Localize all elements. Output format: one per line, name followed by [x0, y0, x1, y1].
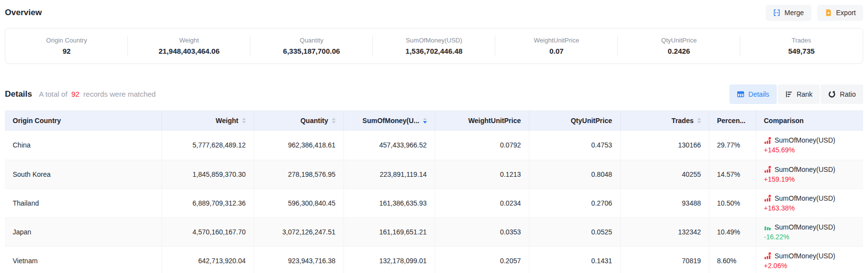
- table-row: Japan4,570,160,167.703,072,126,247.51161…: [5, 217, 863, 246]
- trend-up-chart-icon: [764, 137, 771, 144]
- column-header-trades[interactable]: Trades: [620, 110, 709, 131]
- stat-value: 1,536,702,446.48: [405, 47, 463, 55]
- column-header-weight[interactable]: Weight: [161, 110, 254, 131]
- tab-ratio[interactable]: Ratio: [821, 84, 863, 104]
- cell-trades: 132342: [620, 217, 709, 246]
- cell-qty-unit-price: 0.4753: [529, 131, 620, 160]
- export-button[interactable]: Export: [817, 5, 863, 21]
- merge-button[interactable]: Merge: [766, 5, 811, 21]
- merge-cells-icon: [773, 9, 781, 17]
- cell-weight: 642,713,920.04: [161, 246, 254, 273]
- caret-sort-icon: [697, 118, 701, 124]
- cell-qty-unit-price: 0.2706: [529, 189, 620, 217]
- stat-label: WeightUnitPrice: [534, 37, 579, 44]
- cell-trades: 93488: [620, 189, 709, 217]
- stat-weightunitprice: WeightUnitPrice0.07: [495, 28, 618, 63]
- cell-weight-unit-price: 0.0353: [435, 217, 529, 246]
- cell-quantity: 962,386,418.61: [254, 131, 343, 160]
- cell-quantity: 3,072,126,247.51: [254, 217, 343, 246]
- tab-details-label: Details: [748, 90, 769, 98]
- cell-comparison: SumOfMoney(USD)+145.69%: [756, 131, 863, 160]
- cell-percentage: 14.57%: [709, 160, 756, 189]
- comparison-metric: SumOfMoney(USD): [775, 136, 835, 144]
- cell-sum-of-money: 223,891,119.14: [343, 160, 435, 189]
- comparison-change: +159.19%: [764, 175, 856, 183]
- stat-quantity: Quantity6,335,187,700.06: [250, 28, 373, 63]
- page: Overview Merge: [0, 4, 868, 273]
- stat-qtyunitprice: QtyUnitPrice0.2426: [618, 28, 740, 63]
- cell-sum-of-money: 161,386,635.93: [343, 189, 435, 217]
- cell-qty-unit-price: 0.0525: [529, 217, 620, 246]
- cell-weight-unit-price: 0.0792: [435, 131, 529, 160]
- trend-up-chart-icon: [764, 252, 771, 259]
- cell-comparison: SumOfMoney(USD)-16.22%: [756, 217, 863, 246]
- caret-sort-icon: [332, 118, 336, 124]
- details-bar: Details A total of92records were matched…: [5, 83, 863, 105]
- ratio-ring-icon: [828, 90, 836, 98]
- top-bar: Overview Merge: [5, 4, 863, 21]
- stat-weight: Weight21,948,403,464.06: [128, 28, 250, 63]
- cell-weight: 4,570,160,167.70: [161, 217, 254, 246]
- cell-comparison: SumOfMoney(USD)+2.06%: [756, 246, 863, 273]
- trend-down-chart-icon: [764, 223, 771, 231]
- stat-label: SumOfMoney(USD): [406, 37, 463, 44]
- stat-value: 0.2426: [668, 47, 690, 55]
- column-label: Percen...: [717, 117, 746, 125]
- tab-rank[interactable]: Rank: [778, 84, 820, 104]
- caret-sort-icon: [242, 118, 246, 124]
- merge-button-label: Merge: [785, 9, 804, 17]
- stat-value: 92: [62, 47, 71, 55]
- column-header-weightunitprice: WeightUnitPrice: [435, 110, 529, 131]
- cell-percentage: 10.50%: [709, 189, 756, 217]
- cell-sum-of-money: 457,433,966.52: [343, 131, 435, 160]
- column-header-comparison: Comparison: [756, 110, 863, 131]
- table-row: China5,777,628,489.12962,386,418.61457,4…: [5, 131, 863, 160]
- summary-prefix: A total of: [39, 90, 67, 98]
- cell-qty-unit-price: 0.1431: [529, 246, 620, 273]
- tab-details[interactable]: Details: [729, 84, 777, 104]
- stat-value: 6,335,187,700.06: [283, 47, 340, 55]
- cell-weight: 5,777,628,489.12: [161, 131, 254, 160]
- cell-percentage: 8.60%: [709, 246, 756, 273]
- cell-trades: 130166: [620, 131, 709, 160]
- summary-suffix: records were matched: [83, 90, 156, 98]
- stat-value: 549,735: [788, 47, 814, 55]
- cell-comparison: SumOfMoney(USD)+159.19%: [756, 160, 863, 189]
- stat-label: Origin Country: [46, 37, 87, 44]
- column-header-percen-: Percen...: [709, 110, 756, 131]
- details-summary: A total of92records were matched: [39, 90, 156, 98]
- column-label: QtyUnitPrice: [571, 117, 612, 125]
- cell-sum-of-money: 132,178,099.01: [343, 246, 435, 273]
- table-body: China5,777,628,489.12962,386,418.61457,4…: [5, 131, 863, 273]
- comparison-change: -16.22%: [764, 233, 856, 241]
- column-header-sumofmoney-u-[interactable]: SumOfMoney(U...: [343, 110, 435, 131]
- column-header-qtyunitprice: QtyUnitPrice: [529, 110, 620, 131]
- table-row: Thailand6,889,709,312.36596,300,840.4516…: [5, 189, 863, 217]
- cell-quantity: 596,300,840.45: [254, 189, 343, 217]
- table-row: South Korea1,845,859,370.30278,198,576.9…: [5, 160, 863, 189]
- export-file-icon: [825, 9, 832, 17]
- toolbar: Merge Export: [766, 5, 863, 21]
- cell-weight: 1,845,859,370.30: [161, 160, 254, 189]
- cell-country: Japan: [5, 217, 161, 246]
- stat-label: Quantity: [300, 37, 323, 44]
- cell-trades: 40255: [620, 160, 709, 189]
- cell-weight-unit-price: 0.2057: [435, 246, 529, 273]
- page-title: Overview: [5, 8, 42, 18]
- table-grid-icon: [737, 90, 745, 98]
- cell-weight: 6,889,709,312.36: [161, 189, 254, 217]
- column-label: Trades: [671, 117, 693, 125]
- column-header-quantity[interactable]: Quantity: [254, 110, 343, 131]
- cell-comparison: SumOfMoney(USD)+163.38%: [756, 189, 863, 217]
- cell-country: Vietnam: [5, 246, 161, 273]
- column-header-origin-country: Origin Country: [5, 110, 161, 131]
- cell-trades: 70819: [620, 246, 709, 273]
- column-label: SumOfMoney(U...: [363, 117, 420, 125]
- comparison-metric: SumOfMoney(USD): [775, 223, 835, 231]
- cell-percentage: 10.49%: [709, 217, 756, 246]
- stat-origin-country: Origin Country92: [5, 28, 128, 63]
- cell-weight-unit-price: 0.0234: [435, 189, 529, 217]
- cell-percentage: 29.77%: [709, 131, 756, 160]
- comparison-change: +163.38%: [764, 204, 856, 212]
- cell-quantity: 923,943,716.38: [254, 246, 343, 273]
